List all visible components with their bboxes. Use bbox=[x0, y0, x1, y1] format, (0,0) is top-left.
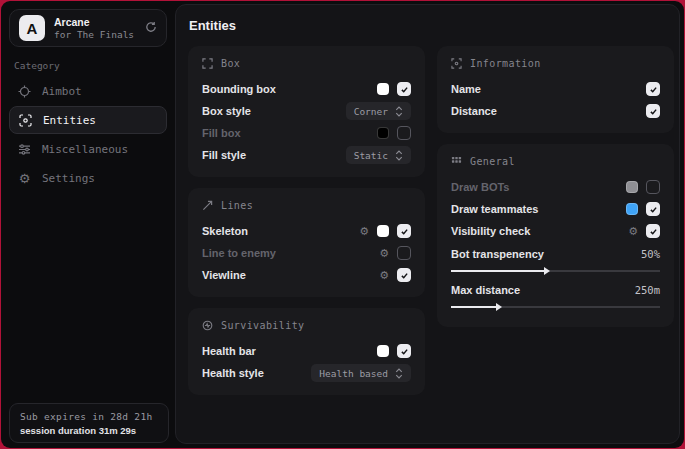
sidebar-item-aimbot[interactable]: Aimbot bbox=[9, 77, 167, 105]
sidebar-item-settings[interactable]: ⚙ Settings bbox=[9, 164, 167, 192]
row-label: Box style bbox=[202, 105, 251, 117]
checkbox[interactable] bbox=[646, 180, 660, 194]
checkbox[interactable] bbox=[646, 202, 660, 216]
sliders-icon bbox=[18, 143, 31, 156]
slider-fill bbox=[451, 270, 545, 272]
box-style-dropdown[interactable]: Corner bbox=[346, 102, 411, 120]
health-style-dropdown[interactable]: Health based bbox=[311, 364, 411, 382]
checkbox[interactable] bbox=[646, 104, 660, 118]
row-label: Draw BOTs bbox=[451, 181, 509, 193]
sidebar-item-label: Aimbot bbox=[42, 85, 82, 98]
sub-expiry-text: Sub expires in 28d 21h bbox=[20, 411, 158, 422]
panel-lines: Lines Skeleton ⚙ Line to enemy ⚙ bbox=[188, 188, 425, 297]
unfold-icon bbox=[395, 368, 403, 379]
slider-thumb[interactable] bbox=[544, 267, 550, 275]
sidebar: A Arcane for The Finals Category Aimbot bbox=[1, 1, 175, 448]
row-distance: Distance bbox=[451, 100, 660, 122]
sidebar-item-label: Settings bbox=[42, 172, 95, 185]
page-title: Entities bbox=[189, 18, 667, 33]
color-swatch[interactable] bbox=[626, 203, 638, 215]
sidebar-item-miscellaneous[interactable]: Miscellaneous bbox=[9, 135, 167, 163]
row-label: Line to enemy bbox=[202, 247, 276, 259]
max-distance-slider[interactable] bbox=[451, 306, 660, 308]
panel-box: Box Bounding box Box style Corner bbox=[188, 46, 425, 177]
grid-icon bbox=[451, 156, 462, 167]
bot-transparency-slider[interactable] bbox=[451, 270, 660, 272]
app-title: Arcane bbox=[54, 16, 136, 29]
row-visibility-check: Visibility check ⚙ bbox=[451, 220, 660, 242]
fill-style-dropdown[interactable]: Static bbox=[346, 146, 411, 164]
color-swatch[interactable] bbox=[377, 127, 389, 139]
main-content: Entities Box Bounding box bbox=[175, 4, 680, 444]
color-swatch[interactable] bbox=[377, 225, 389, 237]
checkbox[interactable] bbox=[397, 82, 411, 96]
color-swatch[interactable] bbox=[377, 345, 389, 357]
diagonal-line-icon bbox=[202, 200, 213, 211]
checkbox[interactable] bbox=[397, 224, 411, 238]
row-label: Bot transpenency bbox=[451, 248, 544, 260]
panel-title: General bbox=[470, 156, 515, 167]
row-fill-box: Fill box bbox=[202, 122, 411, 144]
refresh-icon[interactable] bbox=[145, 21, 157, 36]
row-bounding-box: Bounding box bbox=[202, 78, 411, 100]
row-label: Visibility check bbox=[451, 225, 530, 237]
logo-card: A Arcane for The Finals bbox=[9, 9, 167, 47]
row-bot-transparency: Bot transpenency 50% bbox=[451, 244, 660, 264]
session-duration-text: session duration 31m 29s bbox=[20, 425, 158, 436]
gear-icon[interactable]: ⚙ bbox=[628, 226, 638, 237]
row-name: Name bbox=[451, 78, 660, 100]
row-health-bar: Health bar bbox=[202, 340, 411, 362]
row-label: Max distance bbox=[451, 284, 520, 296]
row-label: Skeleton bbox=[202, 225, 248, 237]
row-health-style: Health style Health based bbox=[202, 362, 411, 384]
panel-survivability: Survivability Health bar Health style He… bbox=[188, 308, 425, 395]
window-frame: A Arcane for The Finals Category Aimbot bbox=[0, 0, 685, 449]
color-swatch[interactable] bbox=[377, 83, 389, 95]
row-viewline: Viewline ⚙ bbox=[202, 264, 411, 286]
slider-value: 250m bbox=[635, 284, 660, 296]
gear-icon[interactable]: ⚙ bbox=[359, 226, 369, 237]
scan-icon bbox=[19, 114, 32, 127]
row-label: Bounding box bbox=[202, 83, 276, 95]
dropdown-value: Static bbox=[354, 150, 388, 161]
unfold-icon bbox=[395, 150, 403, 161]
slider-thumb[interactable] bbox=[496, 303, 502, 311]
row-label: Health style bbox=[202, 367, 264, 379]
category-label: Category bbox=[14, 60, 167, 71]
gear-icon[interactable]: ⚙ bbox=[379, 270, 389, 281]
checkbox[interactable] bbox=[397, 246, 411, 260]
row-box-style: Box style Corner bbox=[202, 100, 411, 122]
row-skeleton: Skeleton ⚙ bbox=[202, 220, 411, 242]
checkbox[interactable] bbox=[397, 344, 411, 358]
row-label: Distance bbox=[451, 105, 497, 117]
sidebar-item-entities[interactable]: Entities bbox=[9, 106, 167, 134]
row-label: Name bbox=[451, 83, 481, 95]
gear-icon[interactable]: ⚙ bbox=[379, 248, 389, 259]
row-label: Fill box bbox=[202, 127, 241, 139]
row-label: Health bar bbox=[202, 345, 256, 357]
checkbox[interactable] bbox=[397, 268, 411, 282]
app-subtitle: for The Finals bbox=[54, 29, 136, 41]
app-logo: A bbox=[19, 15, 45, 41]
gear-icon: ⚙ bbox=[18, 172, 31, 185]
row-label: Viewline bbox=[202, 269, 246, 281]
crosshair-icon bbox=[18, 85, 31, 98]
checkbox[interactable] bbox=[646, 224, 660, 238]
row-label: Fill style bbox=[202, 149, 246, 161]
panel-title: Lines bbox=[221, 200, 253, 211]
row-label: Draw teammates bbox=[451, 203, 538, 215]
panel-general: General Draw BOTs Draw teammates bbox=[437, 144, 674, 327]
panel-title: Survivability bbox=[221, 320, 304, 331]
row-max-distance: Max distance 250m bbox=[451, 280, 660, 300]
checkbox[interactable] bbox=[397, 126, 411, 140]
pulse-icon bbox=[202, 320, 213, 331]
unfold-icon bbox=[395, 106, 403, 117]
row-draw-teammates: Draw teammates bbox=[451, 198, 660, 220]
row-fill-style: Fill style Static bbox=[202, 144, 411, 166]
dropdown-value: Health based bbox=[319, 368, 388, 379]
slider-value: 50% bbox=[641, 248, 660, 260]
color-swatch[interactable] bbox=[626, 181, 638, 193]
sidebar-item-label: Entities bbox=[43, 114, 96, 127]
app-window: A Arcane for The Finals Category Aimbot bbox=[1, 1, 684, 448]
checkbox[interactable] bbox=[646, 82, 660, 96]
